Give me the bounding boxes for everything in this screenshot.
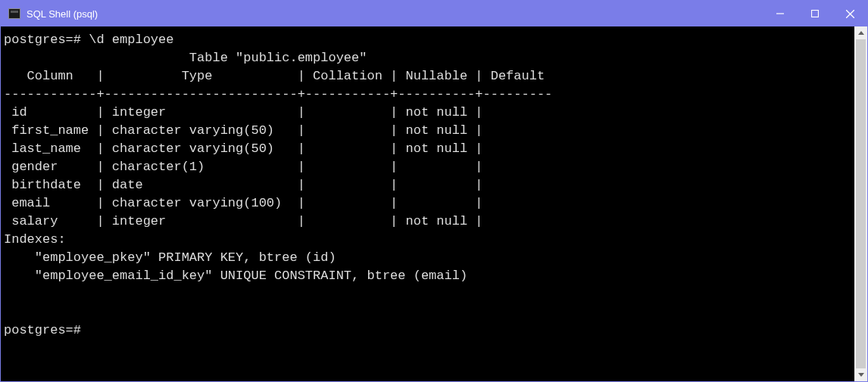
maximize-icon xyxy=(811,10,819,17)
scroll-up-button[interactable] xyxy=(854,26,867,39)
scroll-down-button[interactable] xyxy=(854,368,867,381)
close-button[interactable] xyxy=(832,1,867,26)
minimize-icon xyxy=(776,10,784,17)
window-controls xyxy=(763,1,867,26)
app-window: SQL Shell (psql) postgres=# \d employee … xyxy=(0,0,868,382)
vertical-scrollbar[interactable] xyxy=(854,26,867,381)
terminal-output[interactable]: postgres=# \d employee Table "public.emp… xyxy=(1,26,854,381)
close-icon xyxy=(846,10,854,18)
svg-rect-1 xyxy=(812,11,819,17)
terminal-wrapper: postgres=# \d employee Table "public.emp… xyxy=(1,26,867,381)
chevron-up-icon xyxy=(858,31,864,35)
window-title: SQL Shell (psql) xyxy=(27,8,763,20)
scroll-thumb[interactable] xyxy=(856,39,866,368)
scroll-track[interactable] xyxy=(854,39,867,368)
maximize-button[interactable] xyxy=(798,1,832,26)
chevron-down-icon xyxy=(858,373,864,377)
titlebar[interactable]: SQL Shell (psql) xyxy=(1,1,867,26)
app-icon xyxy=(8,8,20,19)
minimize-button[interactable] xyxy=(763,1,798,26)
